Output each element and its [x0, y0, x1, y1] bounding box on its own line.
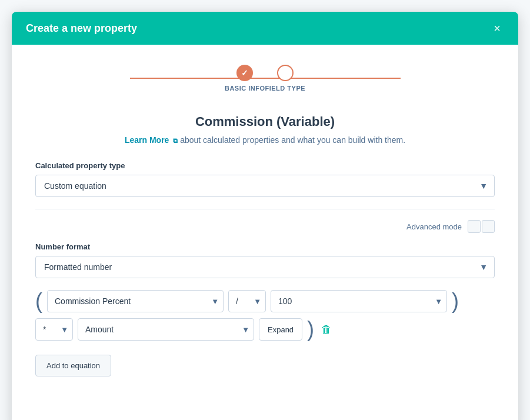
trash-icon: 🗑 [321, 324, 332, 336]
step-label-field-type: FIELD TYPE [265, 85, 306, 92]
operator-select-1-wrapper: / * + - ▼ [228, 290, 266, 312]
number-format-select[interactable]: Formatted number Unformatted number Curr… [35, 256, 495, 278]
number-format-wrapper: Formatted number Unformatted number Curr… [35, 256, 495, 278]
operator-select-2[interactable]: * / + - [35, 318, 73, 341]
create-property-modal: Create a new property × ✓ BASIC INFO FIE… [12, 12, 518, 420]
external-link-icon: ⧉ [173, 137, 178, 145]
learn-more-line: Learn More ⧉ about calculated properties… [35, 135, 495, 145]
close-paren-1: ) [452, 291, 459, 312]
toggle-box-right[interactable] [482, 220, 495, 233]
step-label-basic-info: BASIC INFO [225, 85, 265, 92]
step-circle-basic-info: ✓ [236, 65, 253, 81]
step-check-basic-info: ✓ [241, 68, 248, 78]
close-paren-2: ) [307, 319, 314, 340]
modal-header: Create a new property × [12, 12, 518, 45]
stepper-item-basic-info: ✓ BASIC INFO [225, 65, 265, 92]
modal-title: Create a new property [26, 22, 137, 35]
close-button[interactable]: × [490, 21, 504, 35]
equation-row-2: * / + - ▼ Amount Commission Percent Deal… [35, 318, 495, 341]
modal-body: ✓ BASIC INFO FIELD TYPE Commission (Vari… [12, 45, 518, 420]
field-select-1-wrapper: Commission Percent Amount Deal Value ▼ [47, 290, 224, 312]
value-select-1-wrapper: ▼ [271, 290, 447, 312]
page-heading: Commission (Variable) [35, 114, 495, 129]
calculated-type-select[interactable]: Custom equation Percentage Sum Average [35, 175, 495, 197]
field-select-2[interactable]: Amount Commission Percent Deal Value [78, 318, 254, 341]
equation-row-1: ( Commission Percent Amount Deal Value ▼… [35, 290, 495, 312]
advanced-mode-label: Advanced mode [406, 222, 462, 231]
open-paren-1: ( [35, 291, 42, 312]
learn-more-description: about calculated properties and what you… [180, 135, 405, 145]
expand-button[interactable]: Expand [259, 318, 302, 341]
advanced-mode-row: Advanced mode [35, 220, 495, 233]
number-format-label: Number format [35, 242, 495, 251]
divider-1 [35, 209, 495, 209]
calculated-type-label: Calculated property type [35, 161, 495, 170]
value-input-1[interactable] [271, 290, 447, 312]
advanced-mode-toggle[interactable] [468, 220, 495, 233]
field-select-1[interactable]: Commission Percent Amount Deal Value [47, 290, 224, 312]
operator-select-1[interactable]: / * + - [228, 290, 266, 312]
equation-area: ( Commission Percent Amount Deal Value ▼… [35, 290, 495, 376]
stepper: ✓ BASIC INFO FIELD TYPE [35, 59, 495, 98]
calculated-type-wrapper: Custom equation Percentage Sum Average ▼ [35, 175, 495, 197]
stepper-item-field-type: FIELD TYPE [265, 65, 306, 92]
delete-row-button[interactable]: 🗑 [319, 321, 334, 338]
add-to-equation-button[interactable]: Add to equation [35, 355, 111, 376]
step-circle-field-type [277, 65, 294, 81]
field-select-2-wrapper: Amount Commission Percent Deal Value ▼ [78, 318, 254, 341]
learn-more-link[interactable]: Learn More ⧉ [125, 135, 180, 145]
operator-select-2-wrapper: * / + - ▼ [35, 318, 73, 341]
toggle-box-left[interactable] [468, 220, 481, 233]
